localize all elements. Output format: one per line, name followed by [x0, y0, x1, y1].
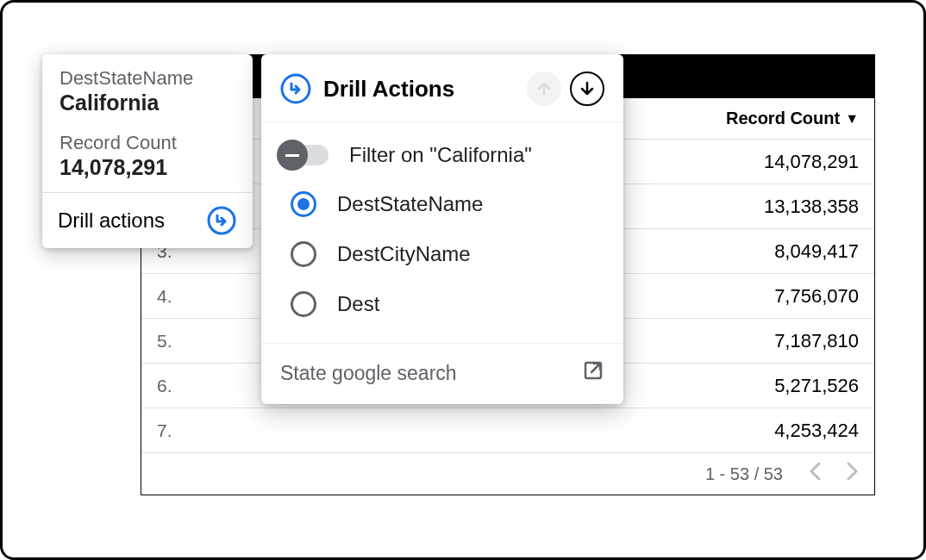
drill-actions-panel: Drill Actions Filter — [261, 54, 623, 404]
row-value: 8,049,417 — [774, 240, 859, 263]
filter-toggle-row[interactable]: Filter on "California" — [280, 131, 604, 179]
row-index: 4. — [157, 286, 200, 307]
row-value: 14,078,291 — [764, 151, 859, 173]
row-value: 4,253,424 — [774, 420, 859, 442]
row-value: 13,138,358 — [764, 196, 859, 218]
drill-option-label: Dest — [337, 292, 379, 316]
tooltip-field-label: DestStateName — [59, 68, 235, 89]
filter-toggle[interactable] — [280, 145, 328, 165]
drill-option-dest[interactable]: Dest — [280, 279, 604, 329]
tooltip-count-value: 14,078,291 — [59, 155, 235, 180]
row-value: 7,756,070 — [774, 285, 859, 308]
filter-toggle-label: Filter on "California" — [349, 143, 532, 167]
pagination-label: 1 - 53 / 53 — [705, 464, 783, 484]
drill-up-button[interactable] — [527, 72, 561, 106]
radio-unselected-icon — [291, 241, 316, 267]
drill-actions-label: Drill actions — [58, 208, 165, 233]
drill-option-label: DestStateName — [337, 192, 483, 216]
row-value: 5,271,526 — [774, 375, 859, 397]
sort-desc-icon: ▼ — [845, 111, 859, 127]
row-index: 7. — [157, 420, 200, 441]
radio-unselected-icon — [291, 291, 316, 317]
drill-down-button[interactable] — [570, 72, 604, 106]
row-index: 5. — [157, 331, 200, 352]
toggle-off-icon — [277, 140, 308, 171]
tooltip-field-value: California — [59, 90, 235, 115]
drill-search-label: State google search — [280, 362, 457, 385]
drill-search-link[interactable]: State google search — [261, 344, 623, 404]
drill-option-label: DestCityName — [337, 242, 471, 266]
drill-panel-icon — [280, 73, 311, 104]
arrow-up-icon — [535, 80, 553, 97]
tooltip-card: DestStateName California Record Count 14… — [42, 54, 253, 248]
table-footer: 1 - 53 / 53 — [141, 453, 874, 495]
column-header-label: Record Count — [726, 109, 840, 128]
prev-page-button[interactable] — [809, 462, 821, 486]
column-header-record-count[interactable]: Record Count ▼ — [726, 109, 859, 128]
tooltip-count-label: Record Count — [59, 133, 235, 153]
drill-option-deststatename[interactable]: DestStateName — [280, 179, 604, 229]
drill-option-destcityname[interactable]: DestCityName — [280, 229, 604, 279]
drill-panel-title: Drill Actions — [323, 76, 515, 103]
open-external-icon — [582, 359, 604, 387]
row-index: 6. — [157, 376, 200, 396]
drill-actions-button[interactable]: Drill actions — [42, 193, 253, 248]
table-row[interactable]: 7. 4,253,424 — [141, 408, 874, 453]
drill-arrow-icon — [206, 205, 237, 236]
arrow-down-icon — [579, 80, 596, 97]
next-page-button[interactable] — [847, 462, 859, 486]
radio-selected-icon — [291, 191, 316, 217]
row-value: 7,187,810 — [774, 330, 859, 352]
